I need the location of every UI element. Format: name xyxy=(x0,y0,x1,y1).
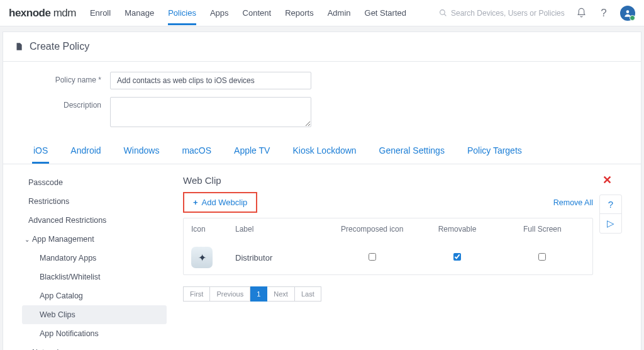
page-title: Create Policy xyxy=(30,41,89,52)
topnav-item-admin[interactable]: Admin xyxy=(328,1,351,25)
sidebar-group-network[interactable]: ⌄ Network xyxy=(22,343,167,350)
row-label: Distributor xyxy=(235,253,330,262)
webclip-app-icon: ✦ xyxy=(191,247,213,268)
platform-tab-android[interactable]: Android xyxy=(69,139,102,164)
svg-line-1 xyxy=(444,14,446,16)
pagination: FirstPrevious1NextLast xyxy=(183,286,622,302)
svg-point-0 xyxy=(440,10,445,15)
platform-tab-policy-targets[interactable]: Policy Targets xyxy=(466,139,523,164)
brand-logo: hexnode mdm xyxy=(9,7,76,20)
policy-name-label: Policy name * xyxy=(3,72,110,84)
col-precomposed-header: Precomposed icon xyxy=(330,225,414,234)
topnav-item-enroll[interactable]: Enroll xyxy=(90,1,111,25)
policy-name-input[interactable] xyxy=(110,72,311,89)
top-nav: EnrollManagePoliciesAppsContentReportsAd… xyxy=(90,1,439,25)
topnav-item-content[interactable]: Content xyxy=(243,1,272,25)
sidebar-item-passcode[interactable]: Passcode xyxy=(22,173,167,192)
table-row: ✦ Distributor xyxy=(184,240,592,274)
sidebar-item-blacklist-whitelist[interactable]: Blacklist/Whitelist xyxy=(22,268,167,286)
help-icon[interactable]: ? xyxy=(600,195,621,213)
pager-1[interactable]: 1 xyxy=(250,286,267,302)
col-removable-header: Removable xyxy=(414,225,499,234)
precomposed-checkbox[interactable] xyxy=(369,253,376,261)
play-icon[interactable]: ▷ xyxy=(600,213,621,233)
search-placeholder: Search Devices, Users or Policies xyxy=(451,9,565,18)
sidebar-group-app-management[interactable]: ⌄ App Management xyxy=(22,230,167,249)
description-label: Description xyxy=(3,97,110,110)
topnav-item-manage[interactable]: Manage xyxy=(125,1,154,25)
user-avatar[interactable] xyxy=(620,6,635,21)
svg-point-2 xyxy=(626,10,630,13)
plus-icon: + xyxy=(193,198,198,207)
pager-last[interactable]: Last xyxy=(295,286,321,302)
sidebar-item-app-notifications[interactable]: App Notifications xyxy=(22,324,167,343)
col-icon-header: Icon xyxy=(191,225,235,234)
sidebar-item-mandatory-apps[interactable]: Mandatory Apps xyxy=(22,249,167,268)
platform-tab-ios[interactable]: iOS xyxy=(32,139,49,164)
sidebar-item-restrictions[interactable]: Restrictions xyxy=(22,192,167,211)
fullscreen-checkbox[interactable] xyxy=(538,253,546,261)
add-webclip-button[interactable]: + Add Webclip xyxy=(183,192,257,213)
search-icon xyxy=(439,9,447,17)
pager-previous[interactable]: Previous xyxy=(210,286,250,302)
platform-tab-apple-tv[interactable]: Apple TV xyxy=(233,139,271,164)
sidebar-item-app-catalog[interactable]: App Catalog xyxy=(22,286,167,305)
notifications-icon[interactable] xyxy=(575,7,587,20)
chevron-down-icon: ⌄ xyxy=(25,236,30,243)
panel-title: Web Clip xyxy=(183,175,221,186)
sidebar-item-advanced-restrictions[interactable]: Advanced Restrictions xyxy=(22,211,167,230)
col-label-header: Label xyxy=(235,225,330,234)
global-search[interactable]: Search Devices, Users or Policies xyxy=(439,9,565,18)
platform-tabs: iOSAndroidWindowsmacOSApple TVKiosk Lock… xyxy=(3,137,641,164)
helper-column: ? ▷ xyxy=(599,195,622,234)
topnav-item-reports[interactable]: Reports xyxy=(285,1,314,25)
platform-tab-kiosk-lockdown[interactable]: Kiosk Lockdown xyxy=(291,139,357,164)
removable-checkbox[interactable] xyxy=(453,253,461,261)
topnav-item-get-started[interactable]: Get Started xyxy=(365,1,406,25)
topnav-item-apps[interactable]: Apps xyxy=(210,1,229,25)
platform-tab-windows[interactable]: Windows xyxy=(123,139,161,164)
topnav-item-policies[interactable]: Policies xyxy=(168,1,196,25)
col-fullscreen-header: Full Screen xyxy=(500,225,585,234)
pager-next[interactable]: Next xyxy=(267,286,295,302)
sidebar-item-web-clips[interactable]: Web Clips xyxy=(22,305,167,324)
webclip-table: Icon Label Precomposed icon Removable Fu… xyxy=(183,218,593,275)
platform-tab-macos[interactable]: macOS xyxy=(180,139,213,164)
pager-first[interactable]: First xyxy=(183,286,210,302)
settings-sidebar: Passcode Restrictions Advanced Restricti… xyxy=(22,173,167,350)
help-icon[interactable]: ? xyxy=(597,7,610,20)
remove-all-link[interactable]: Remove All xyxy=(553,198,593,207)
description-input[interactable] xyxy=(110,97,311,127)
document-icon xyxy=(14,42,23,52)
platform-tab-general-settings[interactable]: General Settings xyxy=(378,139,446,164)
close-icon[interactable]: ✕ xyxy=(602,173,614,187)
